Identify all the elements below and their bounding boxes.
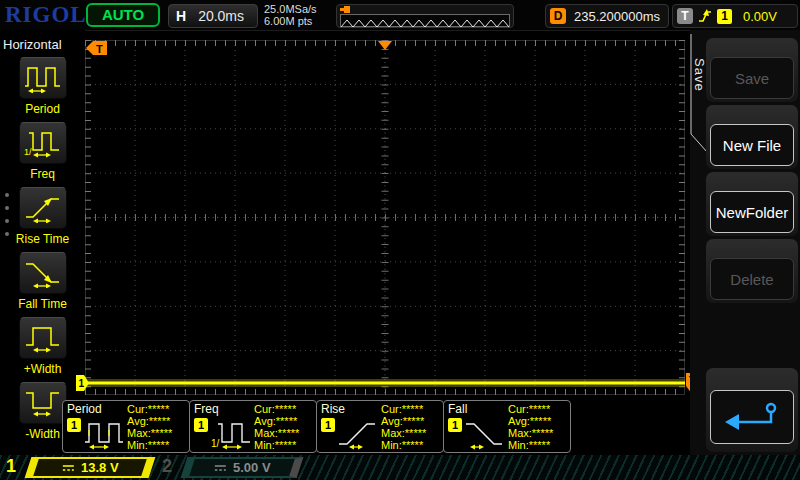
minus-width-button[interactable] xyxy=(19,382,67,424)
delete-button[interactable]: Delete xyxy=(710,258,794,300)
oscilloscope-screen: { "top_bar": { "brand": "RIGOL", "run_st… xyxy=(0,0,800,480)
top-status-bar: RIGOL AUTO H 20.0ms 25.0MSa/s 6.00M pts … xyxy=(0,0,800,31)
sample-rate: 25.0MSa/s xyxy=(264,3,317,15)
stat-value: ***** xyxy=(529,403,550,415)
measurement-panel-fall[interactable]: Fall 1 Cur:***** Avg:***** Max:***** Min… xyxy=(443,400,571,453)
new-folder-button[interactable]: NewFolder xyxy=(710,191,794,233)
delay-position-icon xyxy=(340,6,350,13)
run-status-badge[interactable]: AUTO xyxy=(86,3,160,27)
freq-icon: 1/ xyxy=(210,416,252,450)
stat-value: ***** xyxy=(532,427,553,439)
source-badge: 1 xyxy=(321,418,335,432)
trigger-time-flag-icon[interactable]: T xyxy=(86,41,107,55)
menu-slot: Delete xyxy=(706,239,798,303)
stat-value: ***** xyxy=(529,439,550,451)
waveform-preview[interactable] xyxy=(336,4,514,28)
return-arrow-icon xyxy=(721,400,783,434)
trigger-position-icon[interactable] xyxy=(378,41,392,50)
stat-value: ***** xyxy=(402,403,423,415)
measurement-panel-rise[interactable]: Rise 1 Cur:***** Avg:***** Max:***** Min… xyxy=(316,400,444,453)
sidebar-item-rise-time[interactable]: Rise Time xyxy=(0,187,85,246)
freq-icon: 1/ xyxy=(24,128,62,158)
menu-slot: New File xyxy=(706,105,798,169)
trigger-level-value: 0.00V xyxy=(743,9,777,24)
stat-value: ***** xyxy=(276,415,297,427)
menu-slot: NewFolder xyxy=(706,172,798,236)
memory-depth: 6.00M pts xyxy=(264,15,317,27)
menu-slot xyxy=(706,368,798,452)
plus-width-button[interactable] xyxy=(19,317,67,359)
sidebar-item-label: Period xyxy=(0,102,85,116)
measurement-panel-freq[interactable]: Freq 1 1/ Cur:***** Avg:***** Max:***** … xyxy=(189,400,317,453)
ch2-scale: 5.00 V xyxy=(233,460,271,475)
waveform-display: T xyxy=(85,40,685,395)
svg-text:1/: 1/ xyxy=(24,147,32,157)
plus-width-icon xyxy=(24,323,62,353)
ch1-scale: 13.8 V xyxy=(81,460,119,475)
horizontal-timebase-box[interactable]: H 20.0ms xyxy=(168,4,258,28)
sidebar-item-plus-width[interactable]: +Width xyxy=(0,317,85,376)
stat-value: ***** xyxy=(403,415,424,427)
rise-time-icon xyxy=(24,193,62,223)
measure-sidebar: Horizontal Period 1/ Freq xyxy=(0,30,85,455)
rise-time-icon xyxy=(337,416,379,450)
rigol-logo: RIGOL xyxy=(5,2,87,28)
fall-time-icon xyxy=(24,258,62,288)
delay-badge: D xyxy=(550,8,566,24)
stat-value: ***** xyxy=(530,415,551,427)
timebase-value: 20.0ms xyxy=(198,8,244,24)
sidebar-item-freq[interactable]: 1/ Freq xyxy=(0,122,85,181)
period-button[interactable] xyxy=(19,57,67,99)
stat-value: ***** xyxy=(149,415,170,427)
ch2-number[interactable]: 2 xyxy=(162,456,172,477)
sidebar-item-label: Rise Time xyxy=(0,232,85,246)
menu-tab-label: Save xyxy=(692,58,707,92)
panel-stats: Cur:***** Avg:***** Max:***** Min:***** xyxy=(508,403,553,451)
panel-title: Freq xyxy=(194,402,219,416)
delay-readout-box[interactable]: D 235.200000ms xyxy=(545,4,669,28)
sidebar-item-period[interactable]: Period xyxy=(0,57,85,116)
fall-time-icon xyxy=(464,416,506,450)
save-button[interactable]: Save xyxy=(710,57,794,99)
scroll-indicator-dot xyxy=(5,193,9,197)
fall-time-button[interactable] xyxy=(19,252,67,294)
ch1-status-tag[interactable]: 13.8 V xyxy=(25,457,156,478)
source-badge: 1 xyxy=(448,418,462,432)
preview-strip xyxy=(340,14,510,27)
panel-title: Period xyxy=(67,402,102,416)
trigger-readout-box[interactable]: T 1 0.00V xyxy=(672,4,798,28)
sidebar-item-label: Freq xyxy=(0,167,85,181)
period-icon xyxy=(83,416,125,450)
horizontal-label: H xyxy=(176,8,186,24)
new-file-button[interactable]: New File xyxy=(710,124,794,166)
stat-value: ***** xyxy=(151,427,172,439)
stat-value: ***** xyxy=(148,403,169,415)
rise-time-button[interactable] xyxy=(19,187,67,229)
stat-value: ***** xyxy=(402,439,423,451)
ch1-level-marker-icon[interactable]: 1 xyxy=(76,375,90,392)
svg-text:1/: 1/ xyxy=(211,438,220,449)
menu-slot: Save xyxy=(706,38,798,102)
panel-stats: Cur:***** Avg:***** Max:***** Min:***** xyxy=(254,403,299,451)
rising-edge-icon xyxy=(698,8,712,24)
save-menu-panel: Save Save New File NewFolder Delete xyxy=(690,30,800,455)
sidebar-item-fall-time[interactable]: Fall Time xyxy=(0,252,85,311)
stat-value: ***** xyxy=(275,439,296,451)
return-button[interactable] xyxy=(710,390,794,444)
panel-title: Rise xyxy=(321,402,345,416)
channel-status-bar: 1 13.8 V 2 5.00 V xyxy=(0,455,800,480)
measurement-panel-period[interactable]: Period 1 Cur:***** Avg:***** Max:***** M… xyxy=(62,400,190,453)
ch2-status-tag[interactable]: 5.00 V xyxy=(181,457,304,478)
scroll-indicator-dot xyxy=(5,232,9,236)
freq-button[interactable]: 1/ xyxy=(19,122,67,164)
trigger-source-badge: 1 xyxy=(717,9,732,24)
stat-value: ***** xyxy=(405,427,426,439)
period-icon xyxy=(24,63,62,93)
graticule: T xyxy=(85,40,685,395)
ch1-number[interactable]: 1 xyxy=(6,456,16,477)
sidebar-title: Horizontal xyxy=(3,37,62,52)
panel-title: Fall xyxy=(448,402,467,416)
source-badge: 1 xyxy=(67,418,81,432)
scroll-indicator-dot xyxy=(5,219,9,223)
dc-coupling-icon xyxy=(214,463,227,473)
